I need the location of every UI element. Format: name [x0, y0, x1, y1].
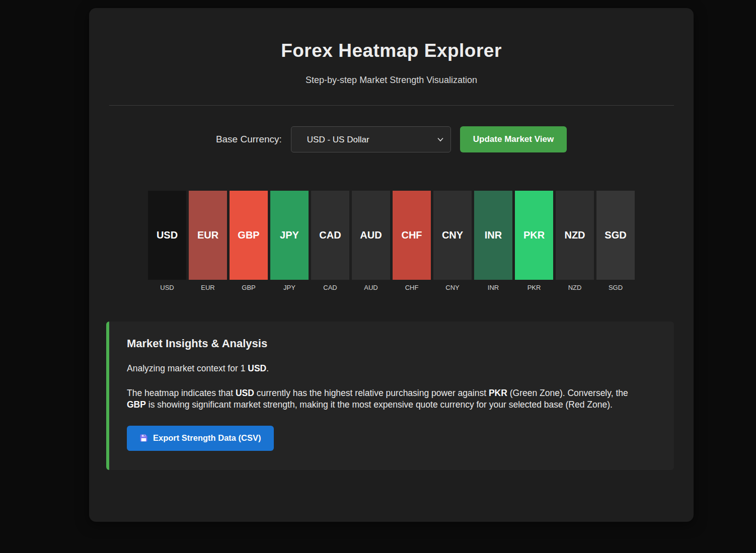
base-currency-select[interactable]: USD - US Dollar [291, 126, 451, 152]
update-market-view-button[interactable]: Update Market View [460, 126, 567, 152]
base-currency-label: Base Currency: [216, 134, 282, 145]
heatmap-tile-label: PKR [527, 284, 541, 291]
app-card: Forex Heatmap Explorer Step-by-step Mark… [89, 8, 694, 522]
heatmap-tile-column: JPYJPY [270, 191, 309, 291]
heatmap-tile-column: AUDAUD [352, 191, 390, 291]
page-subtitle: Step-by-step Market Strength Visualizati… [89, 75, 694, 86]
heatmap-tile-label: CAD [323, 284, 337, 291]
heatmap-tile-nzd[interactable]: NZD [556, 191, 594, 280]
heatmap-tile-label: AUD [364, 284, 377, 291]
divider [109, 105, 674, 106]
heatmap-tile-sgd[interactable]: SGD [596, 191, 635, 280]
heatmap-tile-chf[interactable]: CHF [393, 191, 431, 280]
heatmap-tile-gbp[interactable]: GBP [230, 191, 268, 280]
heatmap-tile-label: INR [488, 284, 499, 291]
heatmap-tile-cny[interactable]: CNY [433, 191, 472, 280]
heatmap-tile-label: CNY [445, 284, 459, 291]
heatmap-tile-column: CADCAD [311, 191, 349, 291]
heatmap-tile-pkr[interactable]: PKR [515, 191, 553, 280]
heatmap-tile-column: CNYCNY [433, 191, 472, 291]
heatmap-tile-label: NZD [568, 284, 582, 291]
floppy-disk-icon [139, 434, 148, 442]
heatmap-tile-column: INRINR [474, 191, 512, 291]
heatmap-tile-label: CHF [405, 284, 419, 291]
heatmap-tile-column: NZDNZD [556, 191, 594, 291]
page-title: Forex Heatmap Explorer [89, 40, 694, 61]
heatmap-tile-inr[interactable]: INR [474, 191, 512, 280]
heatmap-tile-cad[interactable]: CAD [311, 191, 349, 280]
base-currency-select-wrap: USD - US Dollar [291, 126, 451, 152]
heatmap-tile-usd[interactable]: USD [148, 191, 186, 280]
heatmap-tile-column: CHFCHF [393, 191, 431, 291]
heatmap-tile-label: SGD [609, 284, 623, 291]
heatmap-tile-aud[interactable]: AUD [352, 191, 390, 280]
insights-context-line: Analyzing market context for 1 USD. [127, 363, 635, 375]
heatmap-tile-jpy[interactable]: JPY [270, 191, 309, 280]
controls-row: Base Currency: USD - US Dollar Update Ma… [89, 126, 694, 152]
heatmap-tile-column: GBPGBP [230, 191, 268, 291]
insights-analysis-paragraph: The heatmap indicates that USD currently… [127, 387, 635, 411]
insights-heading: Market Insights & Analysis [127, 337, 656, 350]
heatmap-tile-label: GBP [242, 284, 255, 291]
heatmap-tile-label: JPY [283, 284, 295, 291]
heatmap-tile-column: EUREUR [189, 191, 227, 291]
heatmap-tile-column: PKRPKR [515, 191, 553, 291]
heatmap-tile-column: SGDSGD [596, 191, 635, 291]
heatmap-tile-column: USDUSD [148, 191, 186, 291]
heatmap-tile-eur[interactable]: EUR [189, 191, 227, 280]
export-csv-button[interactable]: Export Strength Data (CSV) [127, 426, 274, 451]
heatmap-tile-label: EUR [201, 284, 214, 291]
insights-panel: Market Insights & Analysis Analyzing mar… [106, 322, 674, 470]
heatmap: USDUSDEUREURGBPGBPJPYJPYCADCADAUDAUDCHFC… [89, 191, 694, 291]
export-csv-label: Export Strength Data (CSV) [153, 433, 261, 443]
heatmap-tile-label: USD [160, 284, 174, 291]
